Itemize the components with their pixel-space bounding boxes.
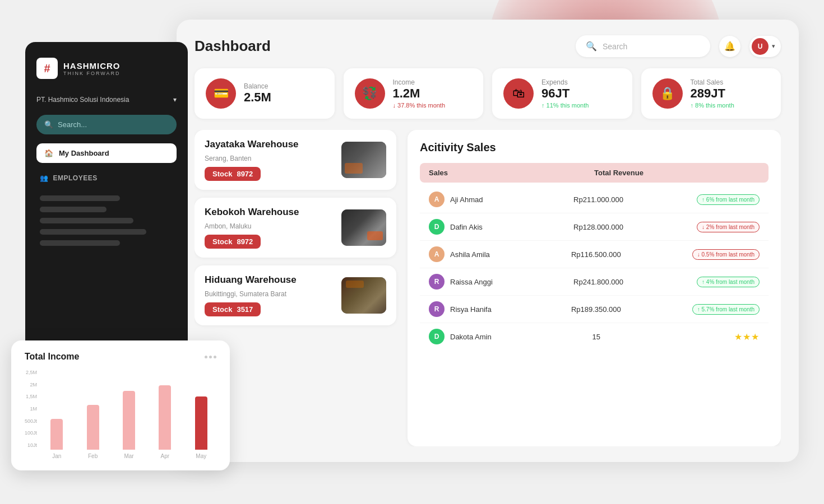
chart-area: 2,5M 2M 1,5M 1M 500Jt 100Jt 10Jt (25, 370, 216, 459)
stock-badge-0: Stock 8972 (205, 167, 261, 181)
expends-value: 96JT (541, 86, 589, 101)
bar-jan (50, 419, 63, 450)
warehouse-img-0 (341, 142, 386, 178)
logo-text: HASHMICRO THINK FORWARD (63, 61, 121, 76)
badge-0: ↑ 6% from last month (697, 194, 760, 205)
stars-5: ★★★ (734, 332, 760, 342)
activity-title: Acitivity Sales (420, 141, 769, 154)
warehouse-img-1 (341, 209, 386, 246)
balance-value: 2.5M (244, 90, 271, 105)
badge-1: ↓ 2% from last month (697, 222, 760, 232)
expends-change: ↑ 11% this month (541, 102, 589, 109)
sidebar-search-container[interactable]: 🔍 (36, 115, 177, 134)
search-box[interactable]: 🔍 (576, 35, 710, 57)
activity-sales: Acitivity Sales Sales Total Revenue A Aj… (408, 130, 781, 446)
skeleton-line-3 (40, 218, 133, 223)
revenue-3: Rp241.800.000 (573, 278, 697, 286)
income-value: 1.2M (393, 86, 446, 101)
totalsales-value: 289JT (691, 86, 734, 101)
dashboard-icon: 🏠 (44, 149, 53, 157)
bar-feb (87, 405, 99, 450)
stock-label-2: Stock (212, 305, 232, 314)
chart-card: Total Income 2,5M 2M 1,5M 1M 500Jt 100Jt… (11, 340, 230, 470)
activity-row-0: A Aji Ahmad Rp211.000.000 ↑ 6% from last… (420, 186, 769, 213)
name-2: Ashila Amila (450, 250, 571, 259)
expends-icon: 🛍 (503, 78, 534, 109)
sidebar-company[interactable]: PT. Hashmico Solusi Indonesia ▾ (36, 94, 177, 106)
warehouse-location-0: Serang, Banten (205, 155, 299, 162)
y-label-0: 2,5M (25, 370, 37, 375)
chart-more-dots[interactable] (205, 356, 216, 358)
search-input[interactable] (603, 42, 700, 51)
sidebar-skeleton (36, 193, 177, 248)
y-label-4: 500Jt (25, 418, 37, 424)
totalsales-icon: 🔒 (652, 78, 683, 109)
income-label: Income (393, 78, 446, 86)
income-change: ↓ 37.8% this month (393, 102, 446, 109)
revenue-1: Rp128.000.000 (573, 223, 697, 231)
sidebar-section-employees: 👥 EMPLOYEES (36, 172, 177, 184)
bar-group-may (186, 396, 216, 450)
chart-header: Total Income (25, 352, 216, 362)
chevron-down-icon: ▾ (173, 96, 177, 104)
revenue-0: Rp211.000.000 (573, 195, 697, 204)
warehouse-card-1: Kebokoh Warehouse Ambon, Maluku Stock 89… (195, 198, 396, 258)
notification-button[interactable]: 🔔 (719, 36, 740, 57)
expends-label: Expends (541, 78, 589, 86)
stat-cards: 💳 Balance 2.5M 💱 Income 1.2M ↓ 37.8% thi… (195, 68, 781, 119)
warehouse-name-2: Hiduang Warehouse (205, 274, 297, 286)
y-label-6: 10Jt (25, 442, 37, 448)
stock-value-1: 8972 (237, 237, 253, 246)
stock-label-1: Stock (212, 237, 232, 246)
chart-title: Total Income (25, 352, 80, 362)
warehouse-card-0: Jayataka Warehouse Serang, Banten Stock … (195, 130, 396, 190)
bar-label-feb: Feb (77, 453, 108, 459)
balance-label: Balance (244, 82, 271, 90)
page-title: Dashboard (195, 38, 271, 55)
warehouse-info-0: Jayataka Warehouse Serang, Banten Stock … (205, 139, 299, 181)
bar-label-mar: Mar (114, 453, 144, 459)
bar-label-may: May (186, 453, 216, 459)
logo-brand: HASHMICRO (63, 61, 121, 71)
badge-2: ↓ 0.5% from last month (692, 249, 760, 260)
totalsales-change: ↑ 8% this month (691, 102, 734, 109)
avatar-button[interactable]: U ▾ (749, 36, 781, 57)
bottom-section: Jayataka Warehouse Serang, Banten Stock … (195, 130, 781, 446)
sidebar-search-input[interactable] (58, 120, 169, 129)
bar-label-apr: Apr (150, 453, 180, 459)
name-3: Raissa Anggi (450, 278, 573, 286)
activity-row-5: D Dakota Amin 15 ★★★ (420, 323, 769, 350)
sidebar-item-dashboard[interactable]: 🏠 My Dashboard (36, 143, 177, 163)
activity-row-4: R Risya Hanifa Rp189.350.000 ↑ 5.7% from… (420, 296, 769, 323)
stat-info-income: Income 1.2M ↓ 37.8% this month (393, 78, 446, 109)
bell-icon: 🔔 (724, 41, 735, 52)
dot-1 (205, 356, 207, 358)
stat-card-totalsales: 🔒 Total Sales 289JT ↑ 8% this month (641, 68, 781, 119)
avatar: U (752, 38, 769, 55)
bar-label-jan: Jan (41, 453, 72, 459)
totalsales-label: Total Sales (691, 78, 734, 86)
stock-label-0: Stock (212, 170, 232, 178)
y-label-5: 100Jt (25, 430, 37, 436)
skeleton-line-1 (40, 195, 120, 201)
bar-group-mar (114, 391, 144, 450)
skeleton-line-5 (40, 240, 120, 246)
bar-group-feb (77, 405, 108, 450)
sidebar-dashboard-label: My Dashboard (59, 149, 109, 157)
stock-badge-2: Stock 3517 (205, 302, 261, 316)
name-5: Dakota Amin (450, 333, 592, 341)
y-label-2: 1,5M (25, 394, 37, 399)
warehouse-name-0: Jayataka Warehouse (205, 139, 299, 150)
avatar-2: A (429, 246, 445, 262)
avatar-3: R (429, 274, 445, 290)
warehouse-name-1: Kebokoh Warehouse (205, 207, 299, 218)
main-content: Dashboard 🔍 🔔 U ▾ 💳 Balance (177, 20, 799, 462)
stat-info-expends: Expends 96JT ↑ 11% this month (541, 78, 589, 109)
activity-row-1: D Dafin Akis Rp128.000.000 ↓ 2% from las… (420, 213, 769, 241)
col-sales: Sales (429, 169, 594, 177)
dot-2 (209, 356, 212, 358)
company-name: PT. Hashmico Solusi Indonesia (36, 96, 129, 104)
avatar-1: D (429, 219, 445, 235)
chart-y-axis: 2,5M 2M 1,5M 1M 500Jt 100Jt 10Jt (25, 370, 37, 459)
header: Dashboard 🔍 🔔 U ▾ (195, 35, 781, 57)
